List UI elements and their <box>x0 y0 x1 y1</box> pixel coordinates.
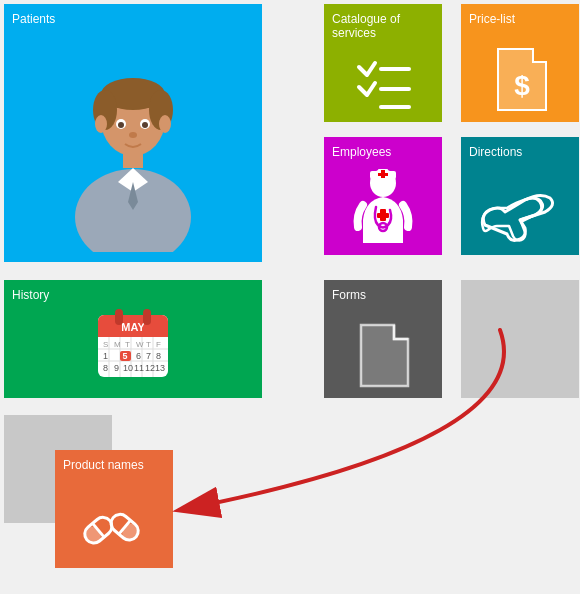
svg-text:8: 8 <box>103 363 108 373</box>
svg-point-13 <box>95 115 107 133</box>
catalogue-icon <box>324 57 442 112</box>
svg-text:T: T <box>146 340 151 349</box>
tile-history[interactable]: History MAY S M T W T F 5 1 6 7 8 8 <box>4 280 262 398</box>
history-label: History <box>12 288 49 302</box>
history-icon: MAY S M T W T F 5 1 6 7 8 8 9 10 11 12 1… <box>93 303 173 383</box>
forms-label: Forms <box>332 288 366 302</box>
svg-text:7: 7 <box>146 351 151 361</box>
svg-point-14 <box>159 115 171 133</box>
pricelist-icon: $ <box>461 47 579 112</box>
svg-rect-32 <box>115 309 123 325</box>
svg-text:M: M <box>114 340 121 349</box>
svg-text:8: 8 <box>156 351 161 361</box>
svg-text:$: $ <box>514 70 530 101</box>
svg-text:5: 5 <box>122 351 127 361</box>
svg-text:12: 12 <box>145 363 155 373</box>
tile-products[interactable]: Product names <box>55 450 173 568</box>
tile-forms[interactable]: Forms <box>324 280 442 398</box>
svg-text:10: 10 <box>123 363 133 373</box>
forms-icon <box>324 323 442 388</box>
svg-text:6: 6 <box>136 351 141 361</box>
patients-label: Patients <box>12 12 55 26</box>
tile-directions[interactable]: Directions <box>461 137 579 255</box>
employees-icon <box>324 165 442 245</box>
svg-point-10 <box>118 122 124 128</box>
svg-rect-24 <box>378 173 388 176</box>
svg-point-11 <box>142 122 148 128</box>
svg-rect-4 <box>123 150 143 168</box>
svg-text:MAY: MAY <box>121 321 145 333</box>
products-label: Product names <box>63 458 144 472</box>
svg-text:13: 13 <box>155 363 165 373</box>
svg-point-12 <box>129 132 137 138</box>
catalogue-label: Catalogue of services <box>332 12 442 40</box>
svg-text:1: 1 <box>103 351 108 361</box>
svg-text:T: T <box>125 340 130 349</box>
products-icon <box>55 493 173 558</box>
patients-icon <box>53 72 213 252</box>
tile-employees[interactable]: Employees <box>324 137 442 255</box>
tile-empty <box>461 280 579 398</box>
svg-rect-33 <box>143 309 151 325</box>
svg-text:F: F <box>156 340 161 349</box>
employees-label: Employees <box>332 145 391 159</box>
svg-text:S: S <box>103 340 108 349</box>
svg-text:W: W <box>136 340 144 349</box>
directions-icon <box>461 190 579 245</box>
directions-label: Directions <box>469 145 522 159</box>
svg-rect-27 <box>377 213 389 218</box>
tile-catalogue[interactable]: Catalogue of services <box>324 4 442 122</box>
svg-marker-59 <box>361 325 408 386</box>
pricelist-label: Price-list <box>469 12 515 26</box>
svg-text:11: 11 <box>134 363 144 373</box>
tile-patients[interactable]: Patients <box>4 4 262 262</box>
svg-text:9: 9 <box>114 363 119 373</box>
tile-pricelist[interactable]: Price-list $ <box>461 4 579 122</box>
